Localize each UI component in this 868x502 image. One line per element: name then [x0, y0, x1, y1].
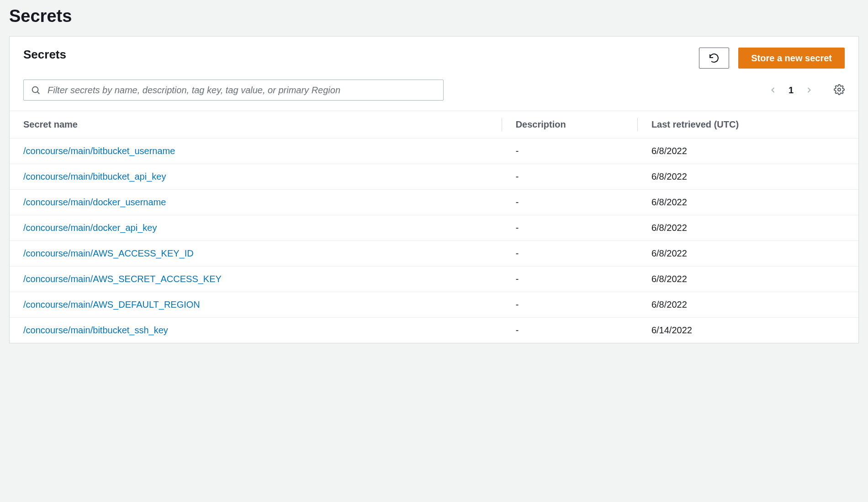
table-row: /concourse/main/docker_api_key-6/8/2022 [10, 215, 858, 241]
secret-last-retrieved: 6/8/2022 [638, 241, 858, 267]
pagination: 1 [768, 84, 845, 96]
next-page-button[interactable] [804, 85, 814, 95]
column-header-name[interactable]: Secret name [10, 111, 502, 139]
page-title: Secrets [9, 0, 859, 36]
secret-last-retrieved: 6/14/2022 [638, 318, 858, 343]
chevron-right-icon [804, 85, 814, 95]
page-number: 1 [789, 85, 794, 96]
secret-description: - [502, 139, 638, 164]
table-row: /concourse/main/AWS_SECRET_ACCESS_KEY-6/… [10, 267, 858, 292]
secret-description: - [502, 241, 638, 267]
secret-name-link[interactable]: /concourse/main/docker_api_key [23, 223, 157, 233]
column-header-description[interactable]: Description [502, 111, 638, 139]
settings-button[interactable] [834, 84, 845, 96]
refresh-button[interactable] [699, 48, 729, 69]
table-row: /concourse/main/AWS_DEFAULT_REGION-6/8/2… [10, 292, 858, 318]
secret-name-link[interactable]: /concourse/main/AWS_SECRET_ACCESS_KEY [23, 274, 222, 284]
search-input[interactable] [23, 80, 444, 101]
secret-description: - [502, 215, 638, 241]
secret-name-link[interactable]: /concourse/main/bitbucket_api_key [23, 171, 166, 182]
secret-name-link[interactable]: /concourse/main/AWS_DEFAULT_REGION [23, 299, 200, 310]
secrets-table: Secret name Description Last retrieved (… [10, 111, 858, 343]
svg-point-0 [32, 87, 38, 93]
table-row: /concourse/main/docker_username-6/8/2022 [10, 190, 858, 215]
secret-name-link[interactable]: /concourse/main/bitbucket_ssh_key [23, 325, 168, 335]
table-row: /concourse/main/bitbucket_api_key-6/8/20… [10, 164, 858, 190]
secret-last-retrieved: 6/8/2022 [638, 139, 858, 164]
secret-last-retrieved: 6/8/2022 [638, 215, 858, 241]
secret-name-link[interactable]: /concourse/main/AWS_ACCESS_KEY_ID [23, 248, 194, 258]
header-actions: Store a new secret [699, 48, 845, 69]
secret-description: - [502, 267, 638, 292]
column-header-last-retrieved[interactable]: Last retrieved (UTC) [638, 111, 858, 139]
panel-title: Secrets [23, 48, 66, 62]
gear-icon [834, 84, 845, 95]
table-row: /concourse/main/bitbucket_username-6/8/2… [10, 139, 858, 164]
secret-last-retrieved: 6/8/2022 [638, 190, 858, 215]
secret-last-retrieved: 6/8/2022 [638, 292, 858, 318]
secret-description: - [502, 318, 638, 343]
panel-header: Secrets Store a new secret [10, 37, 858, 69]
secret-description: - [502, 190, 638, 215]
search-box [23, 80, 444, 101]
secret-last-retrieved: 6/8/2022 [638, 164, 858, 190]
table-header-row: Secret name Description Last retrieved (… [10, 111, 858, 139]
secrets-panel: Secrets Store a new secret 1 [9, 36, 859, 343]
secret-last-retrieved: 6/8/2022 [638, 267, 858, 292]
table-row: /concourse/main/AWS_ACCESS_KEY_ID-6/8/20… [10, 241, 858, 267]
prev-page-button[interactable] [768, 85, 778, 95]
store-new-secret-button[interactable]: Store a new secret [738, 48, 845, 69]
search-icon [31, 85, 41, 95]
refresh-icon [709, 53, 720, 64]
svg-line-1 [37, 92, 39, 94]
secret-description: - [502, 292, 638, 318]
table-row: /concourse/main/bitbucket_ssh_key-6/14/2… [10, 318, 858, 343]
chevron-left-icon [768, 85, 778, 95]
secret-name-link[interactable]: /concourse/main/docker_username [23, 197, 166, 207]
filter-row: 1 [10, 69, 858, 111]
secret-name-link[interactable]: /concourse/main/bitbucket_username [23, 146, 175, 156]
svg-point-2 [838, 88, 841, 91]
secret-description: - [502, 164, 638, 190]
